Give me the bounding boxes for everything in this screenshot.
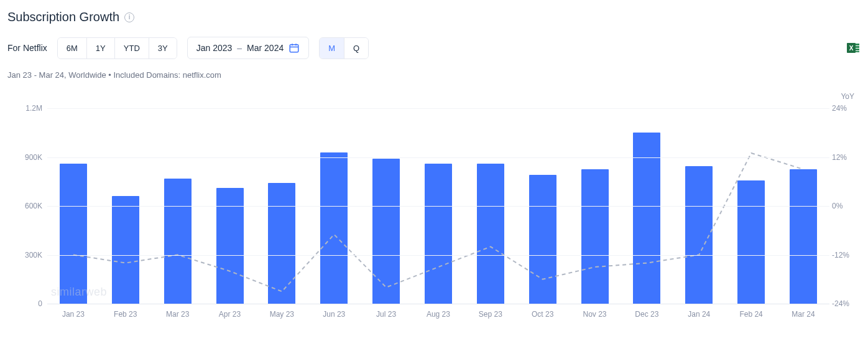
x-label: Aug 23 <box>412 310 464 319</box>
bar[interactable] <box>112 196 139 304</box>
x-label: Dec 23 <box>621 310 673 319</box>
ytick-right: 12% <box>832 153 857 162</box>
date-range-picker[interactable]: Jan 2023 – Mar 2024 <box>187 37 310 59</box>
x-label: Oct 23 <box>517 310 569 319</box>
context-subline: Jan 23 - Mar 24, Worldwide • Included Do… <box>7 70 861 80</box>
ytick-left: 300K <box>14 251 42 259</box>
x-label: May 23 <box>256 310 308 319</box>
svg-rect-8 <box>856 49 859 50</box>
time-range-6m[interactable]: 6M <box>58 38 87 58</box>
bar[interactable] <box>425 164 452 304</box>
x-label: Jan 23 <box>47 310 99 319</box>
bar[interactable] <box>685 166 713 304</box>
excel-icon: X <box>846 40 861 55</box>
bar[interactable] <box>320 152 348 304</box>
controls-row: For Netflix 6M1YYTD3Y Jan 2023 – Mar 202… <box>7 37 861 59</box>
x-label: Jun 23 <box>308 310 360 319</box>
granularity-group: MQ <box>319 37 369 59</box>
ytick-right: 0% <box>832 202 857 210</box>
ytick-right: 24% <box>832 104 857 113</box>
granularity-q[interactable]: Q <box>344 38 368 58</box>
bar[interactable] <box>633 133 660 304</box>
ytick-left: 900K <box>14 153 42 162</box>
x-label: Apr 23 <box>204 310 256 319</box>
ytick-left: 600K <box>14 202 42 210</box>
ytick-left: 1.2M <box>14 104 42 113</box>
plot-area: 0-24%300K-12%600K0%900K12%1.2M24% <box>47 108 829 304</box>
axis-right-title: YoY <box>841 92 854 101</box>
page-title: Subscription Growth <box>7 10 119 24</box>
ytick-right: -24% <box>832 299 857 308</box>
x-label: Jul 23 <box>360 310 412 319</box>
bar[interactable] <box>60 164 87 304</box>
date-dash: – <box>237 43 242 53</box>
date-end: Mar 2024 <box>247 43 284 53</box>
info-icon[interactable]: i <box>124 12 134 22</box>
svg-rect-7 <box>856 46 859 48</box>
header: Subscription Growth i <box>7 10 861 24</box>
for-label: For Netflix <box>7 43 47 53</box>
x-axis-labels: Jan 23Feb 23Mar 23Apr 23May 23Jun 23Jul … <box>47 310 829 319</box>
x-label: Feb 23 <box>99 310 152 319</box>
time-range-group: 6M1YYTD3Y <box>57 37 177 59</box>
ytick-right: -12% <box>832 251 857 259</box>
svg-rect-6 <box>856 44 859 45</box>
bar[interactable] <box>164 179 192 304</box>
x-label: Feb 24 <box>725 310 777 319</box>
svg-text:X: X <box>849 45 854 52</box>
granularity-m[interactable]: M <box>320 38 344 58</box>
date-start: Jan 2023 <box>196 43 233 53</box>
x-label: Mar 23 <box>152 310 204 319</box>
x-label: Mar 24 <box>777 310 829 319</box>
time-range-1y[interactable]: 1Y <box>87 38 115 58</box>
x-label: Jan 24 <box>673 310 725 319</box>
svg-rect-9 <box>856 51 859 52</box>
x-label: Nov 23 <box>569 310 621 319</box>
time-range-3y[interactable]: 3Y <box>149 38 177 58</box>
bar[interactable] <box>529 175 556 304</box>
bar[interactable] <box>477 164 504 304</box>
chart: YoY 0-24%300K-12%600K0%900K12%1.2M24% Ja… <box>7 91 861 321</box>
bar[interactable] <box>737 180 765 304</box>
bar[interactable] <box>790 169 817 304</box>
bar[interactable] <box>372 159 400 304</box>
time-range-ytd[interactable]: YTD <box>115 38 149 58</box>
ytick-left: 0 <box>14 299 42 308</box>
calendar-icon <box>289 42 300 54</box>
x-label: Sep 23 <box>464 310 517 319</box>
bar[interactable] <box>268 183 295 304</box>
bar[interactable] <box>581 169 609 304</box>
export-excel-button[interactable]: X <box>846 40 861 55</box>
svg-rect-0 <box>290 45 298 52</box>
